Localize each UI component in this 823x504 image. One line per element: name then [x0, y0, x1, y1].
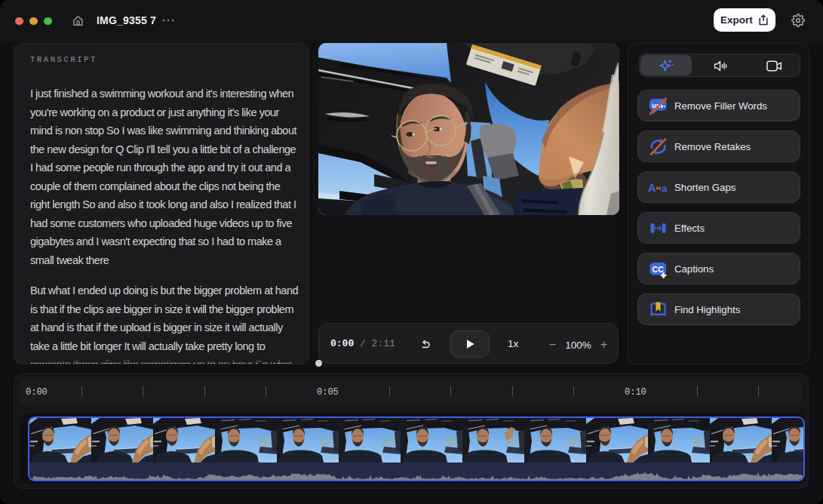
svg-text:CC: CC [653, 264, 665, 273]
svg-text:A: A [648, 182, 656, 194]
svg-text:a: a [662, 183, 668, 194]
